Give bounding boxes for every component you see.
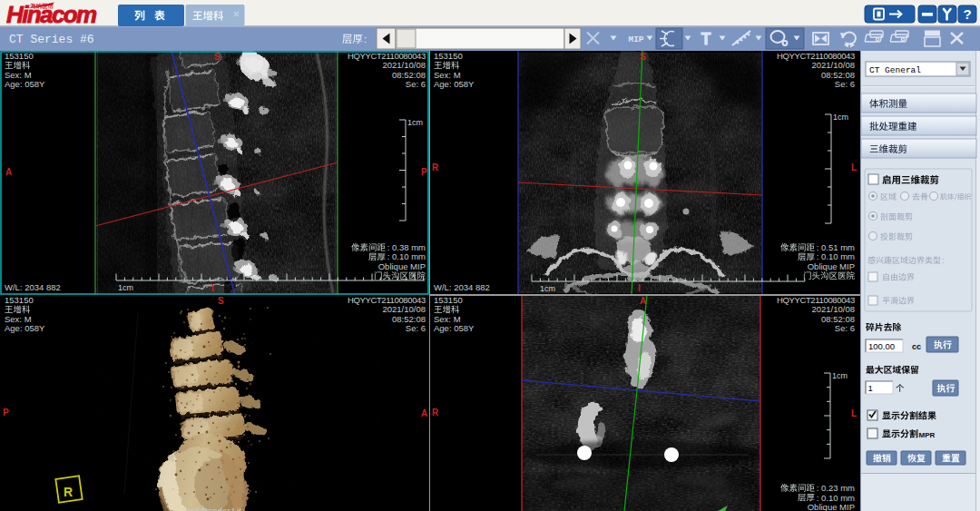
svg-text:2021/10/08: 2021/10/08 [811, 60, 855, 70]
svg-text:2021/10/08: 2021/10/08 [382, 304, 426, 314]
svg-text:MPR: MPR [919, 431, 936, 439]
svg-text:: 0.10 mm: : 0.10 mm [387, 251, 426, 261]
svg-text:I: I [211, 283, 214, 293]
svg-text:A: A [421, 408, 427, 418]
svg-text:: 0.10 mm: : 0.10 mm [817, 251, 855, 261]
svg-text:cc: cc [912, 342, 921, 351]
svg-text:100.00: 100.00 [868, 341, 895, 351]
svg-text:I: I [638, 283, 641, 293]
svg-text:153150: 153150 [434, 295, 463, 305]
svg-text:1cm: 1cm [833, 113, 848, 122]
svg-text:: 0.51 mm: : 0.51 mm [817, 242, 855, 252]
svg-text::: : [364, 34, 367, 44]
svg-text::: : [942, 256, 945, 265]
svg-text:: 0.38 mm: : 0.38 mm [387, 242, 426, 252]
svg-text:08:52:08: 08:52:08 [392, 70, 426, 80]
svg-text:1cm: 1cm [832, 371, 848, 380]
svg-text:L: L [851, 408, 857, 418]
svg-text:MIP: MIP [628, 34, 643, 44]
svg-text:Se: 6: Se: 6 [835, 323, 855, 333]
svg-text:S: S [218, 296, 224, 306]
svg-text:Oblique MIP: Oblique MIP [808, 502, 855, 511]
svg-text:HQYYCT2110080043: HQYYCT2110080043 [777, 51, 855, 61]
svg-text:Oblique MIP: Oblique MIP [808, 261, 855, 271]
svg-text:W/L: 2034 882: W/L: 2034 882 [434, 282, 490, 292]
svg-text:Sex: M: Sex: M [434, 70, 461, 80]
svg-text:Sex: M: Sex: M [5, 314, 32, 324]
svg-text:Se: 6: Se: 6 [406, 79, 426, 89]
svg-text:T: T [701, 30, 711, 48]
svg-text:Sex: M: Sex: M [5, 70, 32, 80]
svg-text:Se: 6: Se: 6 [406, 323, 426, 333]
svg-text:2021/10/08: 2021/10/08 [811, 304, 855, 314]
svg-text:: 0.10 mm: : 0.10 mm [817, 493, 855, 503]
svg-text:CT General: CT General [869, 65, 921, 75]
svg-text:R: R [64, 485, 73, 499]
svg-text:Age: 058Y: Age: 058Y [434, 79, 475, 89]
svg-text:08:52:08: 08:52:08 [821, 70, 855, 80]
svg-text:1cm: 1cm [118, 283, 133, 292]
svg-text:Oblique MIP: Oblique MIP [378, 261, 426, 271]
svg-text:A: A [5, 167, 12, 177]
svg-text:Sex: M: Sex: M [434, 314, 461, 324]
svg-text:P: P [421, 167, 427, 177]
svg-text:1: 1 [868, 383, 873, 393]
svg-text:Age: 058Y: Age: 058Y [434, 323, 475, 333]
svg-text:R: R [432, 162, 439, 172]
svg-text:Vol Render Lit: Vol Render Lit [187, 506, 241, 511]
svg-text:S: S [640, 52, 646, 62]
svg-text:Se: 6: Se: 6 [835, 79, 855, 89]
svg-text:HQYYCT2110080043: HQYYCT2110080043 [777, 295, 855, 305]
svg-text:1cm: 1cm [407, 118, 423, 127]
svg-text:W/L: 2034 882: W/L: 2034 882 [5, 282, 61, 292]
svg-text:Age: 058Y: Age: 058Y [5, 323, 45, 333]
svg-text:08:52:08: 08:52:08 [392, 314, 426, 324]
svg-text:L: L [851, 162, 857, 172]
svg-text:P: P [3, 408, 9, 418]
svg-text:153150: 153150 [434, 51, 463, 61]
svg-text:HQYYCT2110080043: HQYYCT2110080043 [348, 295, 426, 305]
svg-text:1cm: 1cm [540, 284, 555, 293]
svg-text:: 0.23 mm: : 0.23 mm [817, 483, 855, 493]
svg-text:S: S [214, 52, 220, 62]
svg-text:A: A [640, 296, 646, 306]
svg-text:08:52:08: 08:52:08 [821, 314, 855, 324]
svg-text:?: ? [963, 6, 971, 22]
svg-text:R: R [432, 408, 439, 418]
svg-text:2021/10/08: 2021/10/08 [382, 60, 426, 70]
svg-text:CT Series #6: CT Series #6 [9, 33, 94, 46]
svg-text:Age: 058Y: Age: 058Y [5, 79, 45, 89]
svg-text:153150: 153150 [5, 295, 34, 305]
